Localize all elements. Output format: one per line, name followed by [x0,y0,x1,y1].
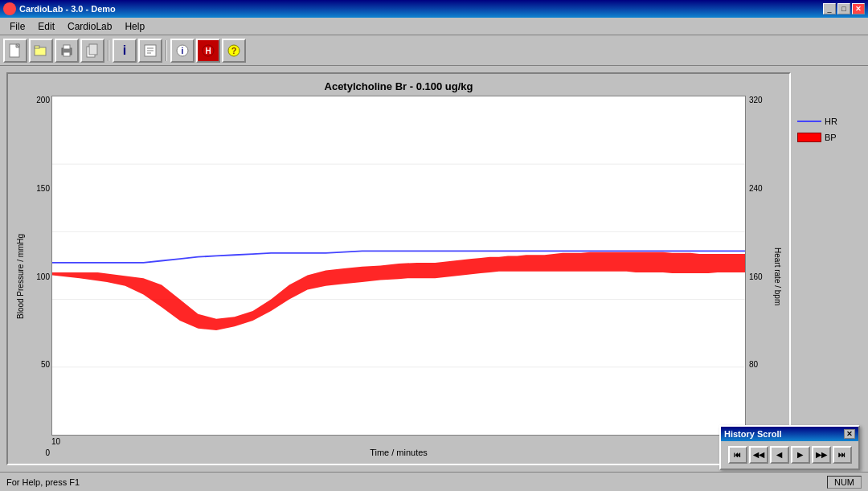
menu-cardiolab[interactable]: CardioLab [61,19,118,34]
menu-file[interactable]: File [3,19,31,34]
maximize-button[interactable]: □ [837,3,850,14]
toolbar-separator-2 [166,40,167,61]
svg-text:?: ? [231,46,237,55]
history-scroll-panel: History Scroll ✕ ⏮ ◀◀ ◀ ▶ ▶▶ ⏭ [719,425,860,470]
legend-panel: HR BP [797,72,862,465]
y-axis-left-label: Blood Pressure / mmHg [14,96,26,457]
history-scroll-next-button[interactable]: ▶ [791,446,810,464]
svg-marker-23 [52,252,745,330]
svg-rect-6 [63,52,70,56]
history-scroll-first-button[interactable]: ⏮ [728,446,747,464]
toolbar-editdata-button[interactable] [138,39,162,63]
svg-rect-3 [35,46,39,48]
toolbar: i i H ? [0,35,868,66]
history-scroll-last-button[interactable]: ⏭ [833,446,852,464]
history-scroll-title: History Scroll [724,429,844,439]
svg-rect-8 [89,44,97,55]
status-text: For Help, press F1 [6,477,80,487]
minimize-button[interactable]: _ [823,3,836,14]
legend-bp: BP [797,133,837,142]
menu-edit[interactable]: Edit [31,19,61,34]
y-axis-left-ticks: 200 150 100 50 0 [26,96,51,457]
legend-hr: HR [797,117,837,126]
history-scroll-controls: ⏮ ◀◀ ◀ ▶ ▶▶ ⏭ [721,441,858,468]
menu-help[interactable]: Help [118,19,151,34]
toolbar-new-button[interactable] [3,39,27,63]
close-button[interactable]: ✕ [852,3,865,14]
x-axis-label: Time / minutes [51,448,746,457]
legend-hr-line [797,121,821,122]
legend-bp-box [797,133,821,142]
title-bar: CardioLab - 3.0 - Demo _ □ ✕ [0,0,868,18]
toolbar-drug-button[interactable]: i [170,39,194,63]
toolbar-separator-1 [108,40,109,61]
svg-text:H: H [205,47,211,55]
chart-plot-area [51,96,746,436]
toolbar-open-button[interactable] [29,39,53,63]
history-scroll-close-button[interactable]: ✕ [844,429,855,439]
svg-text:i: i [182,47,184,55]
history-scroll-prev-fast-button[interactable]: ◀◀ [749,446,768,464]
window-controls: _ □ ✕ [823,3,865,14]
legend-bp-label: BP [825,133,837,142]
toolbar-help-button[interactable]: ? [222,39,246,63]
chart-svg [52,96,745,435]
x-axis-ticks: 10 16 [51,436,746,448]
history-scroll-prev-button[interactable]: ◀ [770,446,789,464]
chart-title: Acetylcholine Br - 0.100 ug/kg [14,80,783,92]
toolbar-print-button[interactable] [55,39,79,63]
main-content: Acetylcholine Br - 0.100 ug/kg Blood Pre… [0,66,868,472]
history-scroll-titlebar: History Scroll ✕ [721,427,858,441]
svg-rect-5 [63,45,70,49]
toolbar-copy-button[interactable] [80,39,104,63]
legend-hr-label: HR [825,117,837,126]
y-axis-right-label: Heart rate / bpm [772,96,783,457]
menu-bar: File Edit CardioLab Help [0,18,868,35]
toolbar-history-button[interactable]: H [196,39,220,63]
chart-panel: Acetylcholine Br - 0.100 ug/kg Blood Pre… [6,72,791,465]
status-bar: For Help, press F1 NUM [0,472,868,491]
y-axis-right-ticks: 320 240 160 80 0 [746,96,772,457]
app-icon [3,2,16,15]
num-indicator: NUM [827,476,862,489]
window-title: CardioLab - 3.0 - Demo [19,4,823,14]
toolbar-info-button[interactable]: i [113,39,137,63]
history-scroll-next-fast-button[interactable]: ▶▶ [812,446,831,464]
